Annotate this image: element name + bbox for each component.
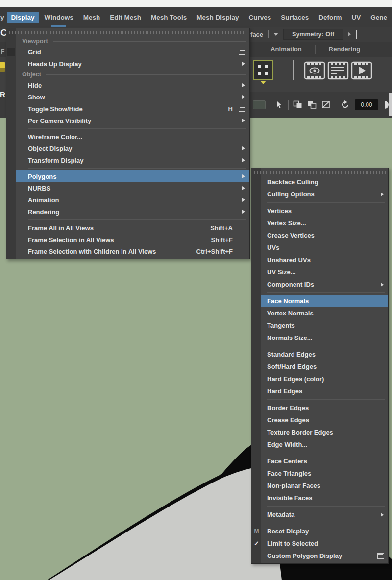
- menubar-item-curves[interactable]: Curves: [245, 12, 276, 23]
- submenu-arrow-icon: [381, 193, 384, 196]
- submenu-arrow-icon: [242, 62, 245, 66]
- menu-item-frame-selection-with-children-in-all-views[interactable]: Frame Selection with Children in All Vie…: [16, 245, 249, 257]
- menu-item-culling-options[interactable]: Culling Options: [261, 188, 388, 200]
- option-box-icon[interactable]: [239, 49, 245, 55]
- menu-item-animation[interactable]: Animation: [16, 194, 249, 206]
- menu-item-label: Custom Polygon Display: [267, 552, 342, 559]
- menu-item-label: Face Triangles: [267, 470, 311, 477]
- menu-item-face-triangles[interactable]: Face Triangles: [261, 467, 388, 480]
- dropdown-caret-icon[interactable]: [273, 33, 278, 36]
- menu-item-custom-polygon-display[interactable]: Custom Polygon Display: [261, 550, 388, 562]
- menu-item-standard-edges[interactable]: Standard Edges: [261, 348, 388, 361]
- status-separator: [270, 100, 270, 110]
- menu-item-rendering[interactable]: Rendering: [16, 206, 249, 218]
- menu-item-vertex-size[interactable]: Vertex Size...: [261, 217, 388, 229]
- menubar-item-mesh-tools[interactable]: Mesh Tools: [147, 12, 191, 23]
- menu-separator: [261, 521, 388, 525]
- snap-grid-icon[interactable]: [307, 100, 317, 109]
- menu-item-uv-size[interactable]: UV Size...: [261, 266, 388, 278]
- menu-item-wireframe-color[interactable]: Wireframe Color...: [16, 131, 249, 143]
- menubar-item-surfaces[interactable]: Surfaces: [276, 12, 313, 23]
- play-movie-icon[interactable]: [351, 61, 372, 80]
- menu-item-show[interactable]: Show: [16, 91, 249, 103]
- playblast-options-icon[interactable]: [327, 61, 349, 80]
- menu-item-label: Backface Culling: [267, 178, 318, 186]
- menu-item-vertices[interactable]: Vertices: [261, 205, 388, 217]
- make-live-icon[interactable]: [321, 100, 331, 109]
- check-icon: ✓: [252, 537, 261, 550]
- menu-item-heads-up-display[interactable]: Heads Up Display: [16, 58, 249, 70]
- menu-item-end-column: [237, 95, 246, 99]
- menu-item-uvs[interactable]: UVs: [261, 242, 388, 254]
- menu-item-edge-width[interactable]: Edge Width...: [261, 438, 388, 451]
- menubar-item-edit-mesh[interactable]: Edit Mesh: [105, 12, 146, 23]
- menu-item-label: Vertex Normals: [267, 310, 314, 317]
- tearoff-handle[interactable]: [9, 31, 247, 34]
- menu-item-tangents[interactable]: Tangents: [261, 319, 388, 332]
- menubar-item-uv[interactable]: UV: [347, 12, 366, 23]
- surface-field-partial[interactable]: rface: [248, 31, 263, 38]
- menu-item-crease-vertices[interactable]: Crease Vertices: [261, 229, 388, 242]
- menu-item-toggle-show-hide[interactable]: Toggle Show/HideH: [16, 103, 249, 115]
- menubar-item-gene[interactable]: Gene: [366, 12, 392, 23]
- menubar-item-deform[interactable]: Deform: [314, 12, 346, 23]
- menu-item-border-edges[interactable]: Border Edges: [261, 402, 388, 414]
- status-separator: [288, 100, 289, 110]
- tab-rendering[interactable]: Rendering: [316, 46, 373, 53]
- menu-item-metadata[interactable]: Metadata: [261, 508, 388, 521]
- menu-item-nurbs[interactable]: NURBS: [16, 182, 249, 194]
- shelf-popup-arrow-icon: [260, 81, 266, 84]
- menu-item-hide[interactable]: Hide: [16, 79, 249, 91]
- menu-item-unshared-uvs[interactable]: Unshared UVs: [261, 254, 388, 266]
- menu-item-grid[interactable]: Grid: [16, 46, 249, 58]
- menu-item-label: Polygons: [28, 173, 57, 180]
- menu-item-limit-to-selected[interactable]: ✓Limit to Selected: [261, 537, 388, 550]
- menubar-item-windows[interactable]: Windows: [40, 12, 78, 23]
- menubar-item-display[interactable]: Display: [7, 12, 39, 23]
- menu-item-crease-edges[interactable]: Crease Edges: [261, 414, 388, 426]
- menu-item-per-camera-visibility[interactable]: Per Camera Visibility: [16, 115, 249, 126]
- menu-item-backface-culling[interactable]: Backface Culling: [261, 176, 388, 188]
- menu-item-non-planar-faces[interactable]: Non-planar Faces: [261, 480, 388, 492]
- symmetry-dropdown[interactable]: Symmetry: Off: [283, 29, 343, 40]
- menu-item-face-centers[interactable]: Face Centers: [261, 455, 388, 467]
- menu-item-hard-edges[interactable]: Hard Edges: [261, 385, 388, 397]
- menu-item-end-column: [237, 210, 246, 214]
- menu-item-label: Show: [28, 94, 45, 101]
- submenu-arrow-icon: [242, 198, 245, 202]
- menu-item-soft-hard-edges[interactable]: Soft/Hard Edges: [261, 361, 388, 373]
- menu-item-frame-selection-in-all-views[interactable]: Frame Selection in All ViewsShift+F: [16, 234, 249, 245]
- menu-item-label: Face Normals: [267, 297, 309, 305]
- coordinate-value-field[interactable]: 0.00: [355, 99, 378, 110]
- option-box-icon[interactable]: [377, 553, 384, 559]
- tab-animation[interactable]: Animation: [257, 46, 315, 53]
- menu-item-normals-size[interactable]: Normals Size...: [261, 332, 388, 344]
- playblast-view-icon[interactable]: [304, 61, 325, 80]
- checkbox-icon[interactable]: [7, 48, 15, 56]
- menu-item-transform-display[interactable]: Transform Display: [16, 154, 249, 166]
- menu-separator: [16, 126, 249, 131]
- menu-item-polygons[interactable]: Polygons: [16, 170, 249, 182]
- menu-item-object-display[interactable]: Object Display: [16, 143, 249, 154]
- menu-item-label: Hide: [28, 82, 42, 89]
- menu-item-hard-edges-color[interactable]: Hard Edges (color): [261, 373, 388, 385]
- section-header-line: [53, 41, 246, 42]
- menu-item-reset-display[interactable]: MReset Display: [261, 525, 388, 537]
- snap-objects-icon[interactable]: [293, 100, 303, 109]
- menu-item-texture-border-edges[interactable]: Texture Border Edges: [261, 426, 388, 438]
- shelf-tabs: Animation Rendering: [245, 42, 373, 57]
- menu-item-invisible-faces[interactable]: Invisible Faces: [261, 492, 388, 504]
- select-cursor-icon[interactable]: [275, 100, 284, 109]
- menu-item-frame-all-in-all-views[interactable]: Frame All in All ViewsShift+A: [16, 222, 249, 234]
- chevron-right-icon[interactable]: [348, 32, 351, 37]
- four-dot-menu-icon[interactable]: [253, 60, 273, 80]
- menubar-item-mesh[interactable]: Mesh: [79, 12, 105, 23]
- tearoff-handle[interactable]: [254, 171, 386, 174]
- construction-history-icon[interactable]: [341, 100, 350, 110]
- menu-item-component-ids[interactable]: Component IDs: [261, 278, 388, 290]
- menubar-item-mesh-display[interactable]: Mesh Display: [192, 12, 243, 23]
- option-box-icon[interactable]: [239, 106, 245, 112]
- menu-item-label: Border Edges: [267, 404, 309, 411]
- menu-item-vertex-normals[interactable]: Vertex Normals: [261, 307, 388, 319]
- menu-item-face-normals[interactable]: Face Normals: [261, 295, 388, 307]
